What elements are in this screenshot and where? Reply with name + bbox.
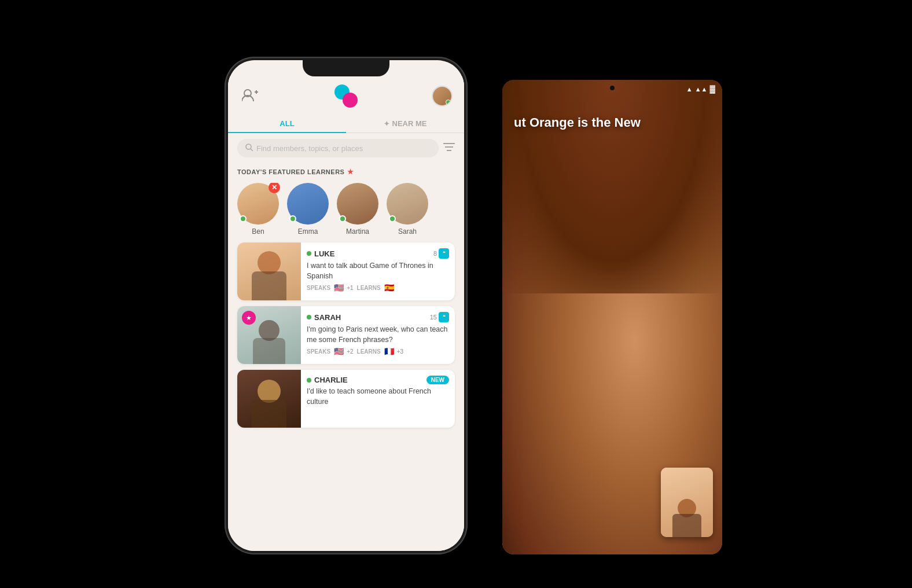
phone-screen: ALL ✦ NEAR ME [228,76,464,551]
luke-description: I want to talk about Game of Thrones in … [307,261,449,281]
featured-person-martina[interactable]: Martina [337,183,378,236]
sarah-online-dot-card [307,315,311,319]
featured-person-ben[interactable]: ✕ Ben [237,183,279,236]
sarah-speaks-plus: +2 [347,348,353,355]
member-card-luke[interactable]: LUKE 8 ❝ I want to talk about Game of Th… [237,242,455,300]
phones-container: ALL ✦ NEAR ME [225,34,687,554]
sarah-learns-flag: 🇫🇷 [384,348,394,355]
search-bar: Find members, topics, or places [228,133,464,163]
quote-icon-sarah: ❝ [439,312,449,322]
luke-speaks-plus: +1 [347,285,353,291]
phone-right-inner: ▲ ▲▲ ▓ ut Orange is the New [502,80,722,554]
remove-btn-ben[interactable]: ✕ [269,183,280,193]
sarah-learns-label: LEARNS [357,348,381,355]
charlie-new-badge: NEW [426,376,449,384]
member-name-row-charlie: CHARLIE NEW [307,376,449,384]
search-placeholder: Find members, topics, or places [256,144,363,153]
sarah-speaks-flag: 🇺🇸 [334,348,343,355]
member-photo-sarah: ★ [237,306,301,364]
wifi-icon: ▲ [686,86,693,93]
svg-line-4 [251,149,253,151]
video-hair [502,80,722,293]
app-header [228,76,464,113]
sarah-speaks-label: SPEAKS [307,348,330,355]
sarah-star-badge: ★ [242,311,256,325]
logo-shape [333,83,359,109]
avatar-online-indicator [446,100,451,105]
featured-avatar-wrap-ben: ✕ [237,183,279,225]
sarah-learns-plus: +3 [397,348,403,355]
member-info-sarah: SARAH 15 ❝ I'm going to Paris next week,… [301,306,455,364]
sarah-description: I'm going to Paris next week, who can te… [307,325,449,345]
featured-star-icon: ★ [347,168,354,176]
featured-title-text: TODAY'S FEATURED LEARNERS [237,168,344,175]
search-icon [245,144,253,153]
add-user-icon [242,89,258,104]
featured-name-martina: Martina [346,227,369,236]
featured-title: TODAY'S FEATURED LEARNERS ★ [237,168,455,176]
app-tabs: ALL ✦ NEAR ME [228,113,464,133]
luke-languages: SPEAKS 🇺🇸 +1 LEARNS 🇪🇸 [307,285,449,291]
emma-online-dot [289,215,296,222]
tab-near-me-label: NEAR ME [392,119,427,128]
member-name-row-sarah: SARAH 15 ❝ [307,312,449,322]
phone-notch [303,60,389,76]
tab-near-me[interactable]: ✦ NEAR ME [346,113,464,133]
tab-all[interactable]: ALL [228,113,346,133]
member-name-sarah: SARAH [307,313,341,322]
video-thumbnail[interactable] [661,468,713,537]
member-photo-charlie [237,370,301,428]
featured-name-emma: Emma [298,227,318,236]
member-photo-luke [237,242,301,300]
video-overlay-text: ut Orange is the New [514,115,711,131]
phone-left: ALL ✦ NEAR ME [225,57,468,554]
sarah-online-dot [389,215,396,222]
ben-online-dot [240,215,247,222]
add-user-button[interactable] [240,86,260,106]
sarah-count-badge: 15 ❝ [430,312,449,322]
featured-avatars: ✕ Ben [237,183,455,236]
filter-icon[interactable] [443,143,455,153]
signal-icon: ▲▲ [695,86,708,93]
featured-avatar-wrap-martina [337,183,378,225]
member-info-luke: LUKE 8 ❝ I want to talk about Game of Th… [301,242,455,300]
logo-pink-circle [343,93,358,108]
featured-section: TODAY'S FEATURED LEARNERS ★ ✕ [228,163,464,238]
member-name-luke: LUKE [307,249,334,258]
member-name-row-luke: LUKE 8 ❝ [307,248,449,259]
speaks-label: SPEAKS [307,285,330,291]
sarah-languages: SPEAKS 🇺🇸 +2 LEARNS 🇫🇷 +3 [307,348,449,355]
phone-left-inner: ALL ✦ NEAR ME [228,60,464,551]
learns-label: LEARNS [357,285,381,291]
luke-online-dot [307,251,311,256]
quote-icon-luke: ❝ [439,248,449,259]
android-status-bar: ▲ ▲▲ ▓ [686,84,715,93]
featured-person-sarah-featured[interactable]: Sarah [387,183,428,236]
app-logo [333,83,359,109]
luke-speaks-flag: 🇺🇸 [334,285,343,291]
video-screen: ut Orange is the New [502,80,722,554]
phone-right: ▲ ▲▲ ▓ ut Orange is the New [502,80,722,554]
luke-count-badge: 8 ❝ [433,248,449,259]
header-avatar[interactable] [432,86,453,106]
search-input-wrap[interactable]: Find members, topics, or places [237,139,439,157]
featured-name-ben: Ben [252,227,264,236]
featured-person-emma[interactable]: Emma [287,183,329,236]
video-title: ut Orange is the New [514,115,711,131]
member-info-charlie: CHARLIE NEW I'd like to teach someone ab… [301,370,455,428]
member-name-charlie: CHARLIE [307,376,348,384]
featured-name-sarah: Sarah [398,227,417,236]
android-front-camera [610,86,615,90]
martina-online-dot [339,215,346,222]
location-icon: ✦ [384,120,389,128]
luke-learns-flag: 🇪🇸 [384,285,394,291]
members-list: LUKE 8 ❝ I want to talk about Game of Th… [228,238,464,432]
featured-avatar-wrap-sarah [387,183,428,225]
member-card-sarah[interactable]: ★ SARAH [237,306,455,364]
tab-all-label: ALL [280,119,294,128]
member-card-charlie[interactable]: CHARLIE NEW I'd like to teach someone ab… [237,370,455,428]
charlie-description: I'd like to teach someone about French c… [307,387,449,407]
battery-icon: ▓ [710,84,715,93]
charlie-online-dot [307,378,311,383]
featured-avatar-wrap-emma [287,183,329,225]
